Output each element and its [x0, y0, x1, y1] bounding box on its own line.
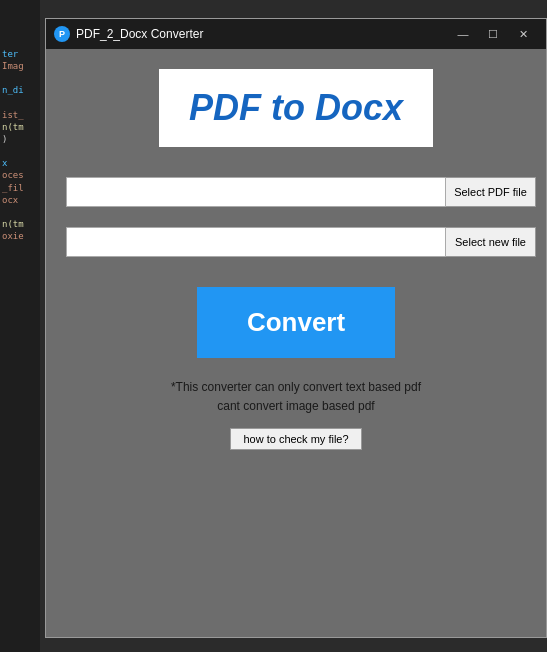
- pdf-path-input[interactable]: [66, 177, 446, 207]
- help-button[interactable]: how to check my file?: [230, 428, 361, 450]
- maximize-button[interactable]: ☐: [478, 24, 508, 44]
- content-area: PDF to Docx Select PDF file Select new f…: [46, 49, 546, 637]
- convert-button[interactable]: Convert: [197, 287, 395, 358]
- info-line-1: *This converter can only convert text ba…: [171, 378, 421, 397]
- title-banner: PDF to Docx: [159, 69, 433, 147]
- app-icon-label: P: [59, 29, 65, 39]
- close-button[interactable]: ✕: [508, 24, 538, 44]
- titlebar-left: P PDF_2_Docx Converter: [54, 26, 203, 42]
- select-pdf-button[interactable]: Select PDF file: [446, 177, 536, 207]
- main-window: P PDF_2_Docx Converter — ☐ ✕ PDF to Docx…: [45, 18, 547, 638]
- docx-input-row: Select new file: [56, 227, 536, 257]
- pdf-input-row: Select PDF file: [56, 177, 536, 207]
- info-text: *This converter can only convert text ba…: [171, 378, 421, 416]
- docx-path-input[interactable]: [66, 227, 446, 257]
- bg-code-text: ter Imag n_di ist_ n(tm ) x oces _fil oc…: [0, 0, 45, 652]
- window-title: PDF_2_Docx Converter: [76, 27, 203, 41]
- select-new-button[interactable]: Select new file: [446, 227, 536, 257]
- app-title: PDF to Docx: [189, 87, 403, 129]
- minimize-button[interactable]: —: [448, 24, 478, 44]
- app-icon: P: [54, 26, 70, 42]
- titlebar: P PDF_2_Docx Converter — ☐ ✕: [46, 19, 546, 49]
- info-line-2: cant convert image based pdf: [171, 397, 421, 416]
- titlebar-controls: — ☐ ✕: [448, 24, 538, 44]
